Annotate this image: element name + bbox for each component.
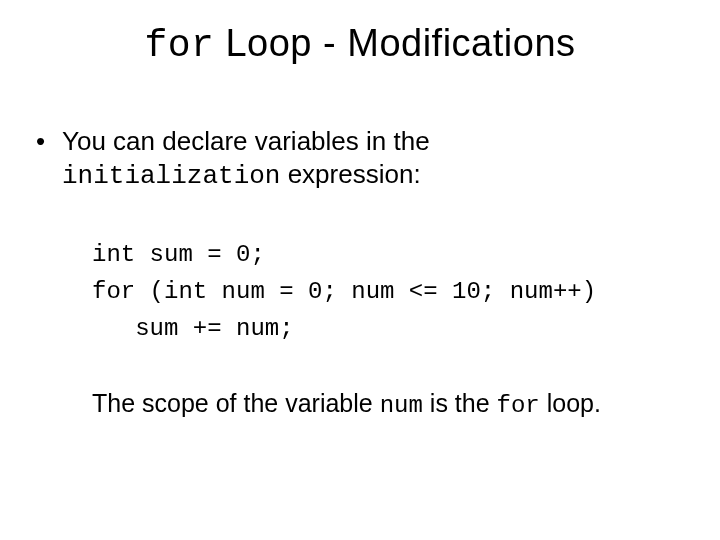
- footnote-post: loop.: [540, 389, 601, 417]
- slide: for Loop - Modifications You can declare…: [0, 0, 720, 540]
- bullet-line2-rest: expression:: [280, 159, 420, 189]
- footnote-mid: is the: [423, 389, 497, 417]
- bullet-line1: You can declare variables in the: [62, 126, 430, 156]
- page-title: for Loop - Modifications: [0, 0, 720, 67]
- footnote-kw: for: [497, 392, 540, 419]
- title-keyword: for: [144, 24, 214, 67]
- code-line-2: for (int num = 0; num <= 10; num++): [92, 278, 596, 305]
- code-line-1: int sum = 0;: [92, 241, 265, 268]
- bullet-item: You can declare variables in the initial…: [34, 125, 686, 192]
- footnote-pre: The scope of the variable: [92, 389, 380, 417]
- title-rest: Loop - Modifications: [214, 22, 575, 64]
- code-block: int sum = 0; for (int num = 0; num <= 10…: [92, 236, 686, 348]
- bullet-line2-code: initialization: [62, 161, 280, 191]
- code-line-3: sum += num;: [92, 315, 294, 342]
- body: You can declare variables in the initial…: [0, 67, 720, 421]
- bullet-list: You can declare variables in the initial…: [34, 125, 686, 192]
- footnote-var: num: [380, 392, 423, 419]
- footnote: The scope of the variable num is the for…: [92, 388, 686, 421]
